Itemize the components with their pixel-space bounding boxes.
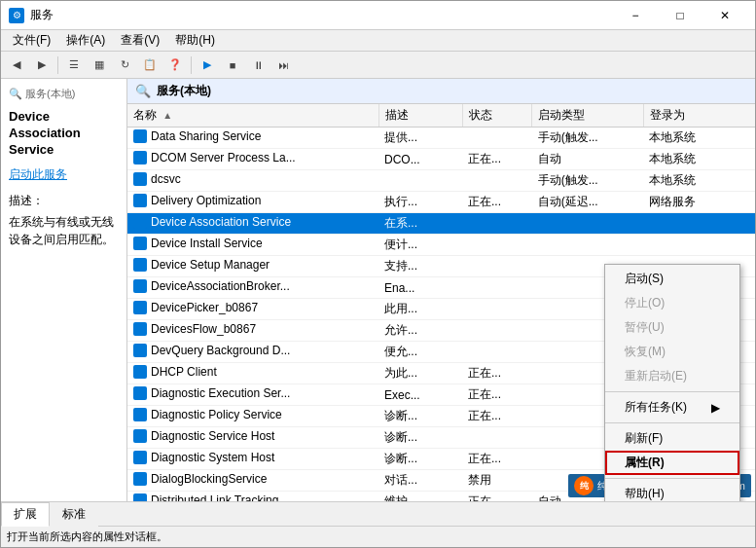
- sidebar-service-name: Device Association Service: [9, 109, 119, 159]
- maximize-button[interactable]: □: [658, 1, 702, 30]
- cell-desc: 便计...: [378, 235, 462, 256]
- watermark-logo: 纯: [574, 476, 594, 495]
- cell-startup: [532, 235, 644, 256]
- cell-status: [462, 256, 532, 277]
- menu-bar: 文件(F) 操作(A) 查看(V) 帮助(H): [1, 30, 755, 52]
- table-row[interactable]: DCOM Server Process La...DCO...正在...自动本地…: [127, 149, 755, 170]
- cell-status: 正在...: [462, 492, 532, 502]
- cell-desc: 诊断...: [378, 427, 462, 449]
- cell-startup: 手动(触发...: [532, 170, 644, 192]
- table-row[interactable]: Delivery Optimization执行...正在...自动(延迟...网…: [127, 192, 755, 213]
- menu-help[interactable]: 帮助(H): [167, 30, 223, 51]
- cell-name: DeviceAssociationBroker...: [127, 277, 378, 299]
- ctx-help[interactable]: 帮助(H): [605, 482, 739, 501]
- service-icon: [133, 237, 147, 250]
- cell-login: [643, 213, 755, 235]
- close-button[interactable]: ✕: [702, 1, 747, 30]
- app-icon: ⚙: [9, 8, 24, 23]
- sidebar-title: 🔍 服务(本地): [9, 87, 119, 101]
- menu-view[interactable]: 查看(V): [113, 30, 167, 51]
- table-row[interactable]: dcsvc手动(触发...本地系统: [127, 170, 755, 192]
- pause-service-button[interactable]: ⏸: [246, 55, 270, 76]
- ctx-properties[interactable]: 属性(R): [605, 451, 739, 475]
- cell-name: Diagnostic Service Host: [127, 427, 378, 449]
- cell-status: [462, 170, 532, 192]
- sort-arrow: ▲: [162, 110, 172, 121]
- ctx-refresh[interactable]: 刷新(F): [605, 426, 739, 451]
- cell-name: DevQuery Background D...: [127, 342, 378, 363]
- cell-desc: 维护...: [378, 492, 462, 502]
- cell-name: DevicesFlow_b0867: [127, 320, 378, 342]
- cell-desc: 对话...: [378, 470, 462, 492]
- cell-startup: 手动(触发...: [532, 128, 644, 149]
- view-detail-button[interactable]: ▦: [88, 55, 111, 76]
- window-title: 服务: [30, 7, 613, 23]
- start-service-link[interactable]: 启动此服务: [9, 167, 67, 181]
- service-icon: [133, 493, 147, 501]
- col-header-login[interactable]: 登录为: [643, 104, 755, 128]
- ctx-all-tasks[interactable]: 所有任务(K) ▶: [605, 395, 739, 420]
- service-icon: [133, 429, 147, 443]
- table-row[interactable]: Device Install Service便计...: [127, 235, 755, 256]
- cell-status: [462, 427, 532, 449]
- cell-name: DialogBlockingService: [127, 470, 378, 492]
- service-icon: [133, 365, 147, 379]
- stop-service-button[interactable]: ■: [221, 55, 244, 76]
- tabs-bar: 扩展 标准: [1, 501, 755, 526]
- cell-desc: 诊断...: [378, 406, 462, 427]
- main-content: 🔍 服务(本地) Device Association Service 启动此服…: [1, 79, 755, 501]
- search-icon: 🔍: [135, 84, 151, 98]
- service-icon: [133, 344, 147, 357]
- tab-standard[interactable]: 标准: [50, 502, 98, 527]
- cell-status: 禁用: [462, 470, 532, 492]
- services-panel-header: 🔍 服务(本地): [127, 79, 755, 104]
- view-list-button[interactable]: ☰: [62, 55, 86, 76]
- services-panel-title: 服务(本地): [157, 83, 211, 99]
- context-menu: 启动(S) 停止(O) 暂停(U) 恢复(M) 重新启动(E) 所有任务(K) …: [604, 264, 740, 501]
- minimize-button[interactable]: −: [613, 1, 658, 30]
- cell-name: Distributed Link Tracking...: [127, 492, 378, 502]
- sidebar-description: 在系统与有线或无线设备之间启用匹配。: [9, 213, 119, 248]
- service-icon: [133, 258, 147, 272]
- export-button[interactable]: 📋: [138, 55, 162, 76]
- cell-startup: 自动(延迟...: [532, 192, 644, 213]
- ctx-restart: 重新启动(E): [605, 364, 739, 388]
- cell-status: 正在...: [462, 449, 532, 470]
- cell-name: DHCP Client: [127, 363, 378, 384]
- service-icon: [133, 172, 147, 186]
- col-header-startup[interactable]: 启动类型: [532, 104, 644, 128]
- col-header-status[interactable]: 状态: [462, 104, 532, 128]
- service-icon: [133, 215, 147, 229]
- menu-action[interactable]: 操作(A): [58, 30, 113, 51]
- table-row[interactable]: Device Association Service在系...: [127, 213, 755, 235]
- refresh-button[interactable]: ↻: [113, 55, 136, 76]
- cell-name: Device Install Service: [127, 235, 378, 256]
- cell-name: DevicePicker_b0867: [127, 299, 378, 320]
- title-bar: ⚙ 服务 − □ ✕: [1, 1, 755, 30]
- ctx-sep-3: [605, 478, 739, 479]
- menu-file[interactable]: 文件(F): [5, 30, 58, 51]
- ctx-start[interactable]: 启动(S): [605, 267, 739, 291]
- service-icon: [133, 408, 147, 421]
- services-panel: 🔍 服务(本地) 名称 ▲ 描述 状态 启动类型: [127, 79, 755, 501]
- ctx-stop: 停止(O): [605, 291, 739, 315]
- service-icon: [133, 472, 147, 486]
- cell-status: 正在...: [462, 363, 532, 384]
- cell-name: Data Sharing Service: [127, 128, 378, 149]
- cell-desc: Exec...: [378, 384, 462, 406]
- col-header-desc[interactable]: 描述: [378, 104, 462, 128]
- tab-expand[interactable]: 扩展: [1, 502, 50, 527]
- forward-button[interactable]: ▶: [30, 55, 54, 76]
- cell-desc: Ena...: [378, 277, 462, 299]
- cell-status: [462, 342, 532, 363]
- cell-desc: 支持...: [378, 256, 462, 277]
- cell-status: 正在...: [462, 384, 532, 406]
- restart-service-button[interactable]: ⏭: [271, 55, 295, 76]
- help-toolbar-button[interactable]: ❓: [163, 55, 187, 76]
- cell-name: Device Association Service: [127, 213, 378, 235]
- col-header-name[interactable]: 名称 ▲: [127, 104, 378, 128]
- back-button[interactable]: ◀: [5, 55, 28, 76]
- toolbar: ◀ ▶ ☰ ▦ ↻ 📋 ❓ ▶ ■ ⏸ ⏭: [1, 52, 755, 79]
- start-service-button[interactable]: ▶: [196, 55, 219, 76]
- table-row[interactable]: Data Sharing Service提供...手动(触发...本地系统: [127, 128, 755, 149]
